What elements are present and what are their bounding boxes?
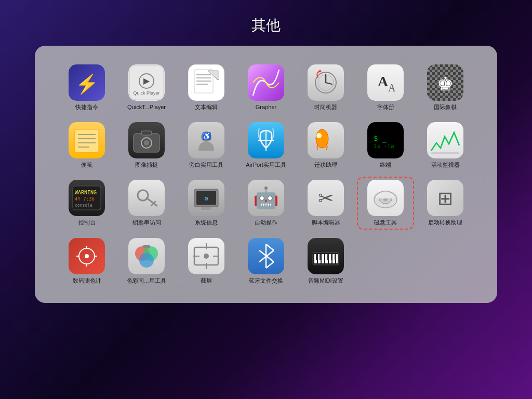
app-label-systeminfo: 系统信息 [195,219,218,226]
app-item-roo[interactable]: ♿ 旁白实用工具 [178,119,235,171]
app-label-screenshot: 截屏 [201,277,212,284]
svg-point-50 [316,133,322,138]
svg-point-100 [204,254,209,259]
svg-rect-120 [335,254,336,260]
app-label-shortcuts: 快捷指令 [75,104,98,111]
app-icon-digitalcolor [69,238,105,274]
svg-rect-55 [431,152,459,154]
app-label-fontbook: 字体册 [377,104,394,111]
svg-text:♿: ♿ [202,132,211,141]
svg-text:ls -la: ls -la [374,143,394,150]
svg-rect-118 [327,254,329,260]
app-icon-screenshot [188,238,224,274]
app-icon-keychain [128,180,165,216]
svg-text:⊞: ⊞ [437,188,453,209]
svg-rect-115 [336,254,338,263]
app-label-roo: 旁白实用工具 [189,162,223,168]
app-item-digitalcolor[interactable]: 数码测色计 [58,235,115,287]
app-icon-shortcuts: ⚡ [69,64,105,101]
app-icon-fontbook: A A [367,64,404,101]
app-item-bluetooth[interactable]: 蓝牙文件交换 [237,235,295,287]
app-label-automator: 自动操作 [255,219,277,226]
app-item-chess[interactable]: ♚ 国际象棋 [417,61,474,114]
app-label-imagecapture: 图像捕捉 [135,162,158,168]
app-icon-imagecapture [128,122,165,158]
app-icon-activitymonitor [427,122,463,158]
app-icon-bluetooth [248,238,284,274]
svg-rect-69 [201,207,211,210]
app-item-fontbook[interactable]: A A 字体册 [357,61,414,114]
app-icon-quickplayer: ▶ Quick Player [128,64,165,101]
app-icon-textedit [188,64,224,101]
app-item-shortcuts[interactable]: ⚡ 快捷指令 [58,61,115,114]
app-icon-roo: ♿ [188,122,224,158]
app-item-terminal[interactable]: $ _ ls -la 终端 [357,119,414,171]
svg-point-40 [144,140,149,145]
app-label-chess: 国际象棋 [434,104,457,111]
app-item-console[interactable]: WARNING 4Y 7:36 console 控制台 [58,177,115,229]
app-item-audiomidi[interactable]: 音频MIDI设置 [297,235,354,287]
svg-rect-111 [322,254,324,263]
svg-point-92 [139,253,154,268]
app-item-automator[interactable]: 🤖 自动操作 [237,177,295,229]
app-item-migration[interactable]: 迁移助理 [297,119,354,171]
app-icon-systeminfo: ⚙ [188,180,224,216]
app-item-grapher[interactable]: Grapher [237,61,295,114]
app-icon-console: WARNING 4Y 7:36 console [69,180,105,216]
app-label-activitymonitor: 活动监视器 [431,162,460,168]
app-icon-grapher [248,64,284,101]
app-item-activitymonitor[interactable]: 活动监视器 [417,119,474,171]
app-label-migration: 迁移助理 [314,162,337,168]
app-label-airport: AirPort实用工具 [246,162,286,168]
app-item-timemachine[interactable]: 时间机器 [297,61,354,114]
app-icon-colorsync [128,238,165,274]
svg-text:♚: ♚ [437,73,454,95]
app-label-textedit: 文本编辑 [195,104,218,111]
app-item-imagecapture[interactable]: 图像捕捉 [118,119,175,171]
svg-point-88 [85,254,89,258]
app-item-colorsync[interactable]: 色彩同...用工具 [118,235,175,287]
svg-text:A: A [378,73,389,89]
svg-text:▶: ▶ [143,76,150,85]
svg-rect-41 [141,131,152,135]
svg-rect-70 [198,210,214,211]
app-label-digitalcolor: 数码测色计 [73,277,101,284]
svg-rect-119 [331,254,332,260]
app-item-scripteditor[interactable]: ✂ 脚本编辑器 [297,177,354,229]
app-label-diskutil: 磁盘工具 [374,219,397,226]
svg-text:4Y 7:36: 4Y 7:36 [75,196,95,202]
svg-text:WARNING: WARNING [75,190,97,195]
app-label-grapher: Grapher [256,104,276,111]
page-title: 其他 [251,16,281,35]
app-item-quickplayer[interactable]: ▶ Quick Player QuickT...Player [118,61,175,114]
app-icon-terminal: $ _ ls -la [367,122,404,158]
app-icon-diskutil [367,180,404,216]
svg-text:✂: ✂ [318,188,334,209]
app-icon-automator: 🤖 [248,180,284,216]
app-label-colorsync: 色彩同...用工具 [127,277,166,284]
app-label-bluetooth: 蓝牙文件交换 [249,277,283,284]
app-item-textedit[interactable]: 文本编辑 [178,61,235,114]
app-label-terminal: 终端 [380,162,391,168]
app-item-systeminfo[interactable]: ⚙ 系统信息 [178,177,235,229]
app-item-diskutil[interactable]: 磁盘工具 [357,177,414,229]
app-item-keychain[interactable]: 钥匙串访问 [118,177,175,229]
svg-rect-116 [316,254,317,260]
app-label-bootcamp: 启动转换助理 [428,219,462,226]
app-icon-timemachine [308,64,344,101]
app-item-bootcamp[interactable]: ⊞ 启动转换助理 [417,177,474,229]
svg-text:🤖: 🤖 [253,185,279,210]
svg-text:A: A [388,82,396,94]
app-icon-audiomidi [308,238,344,274]
svg-text:Quick Player: Quick Player [133,90,159,96]
app-label-console: 控制台 [78,219,96,226]
app-grid: ⚡ 快捷指令 ▶ Quick Player QuickT...Player 文本… [56,61,476,287]
app-item-airport[interactable]: AirPort实用工具 [237,119,295,171]
app-icon-stickies [69,122,105,158]
svg-rect-93 [143,245,150,248]
app-item-screenshot[interactable]: 截屏 [178,235,235,287]
app-icon-airport [248,122,284,158]
app-icon-chess: ♚ [427,64,463,101]
svg-text:console: console [75,203,92,208]
app-item-stickies[interactable]: 便笺 [58,119,115,171]
